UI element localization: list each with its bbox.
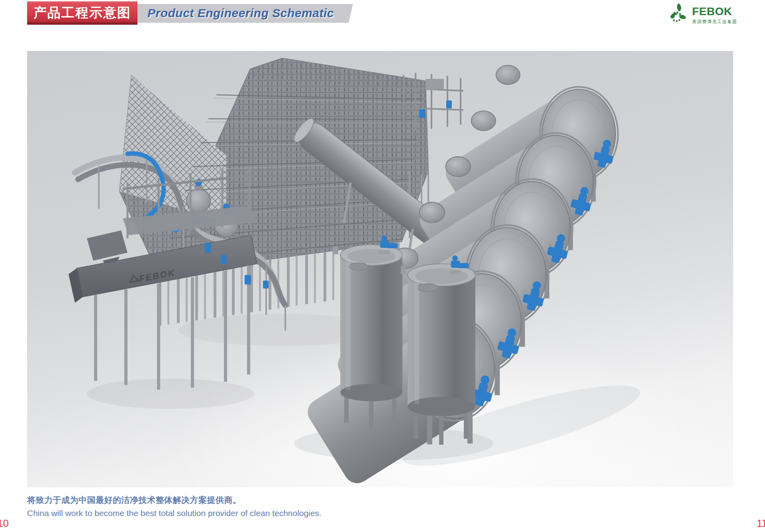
page-title: Product Engineering Schematic	[137, 4, 353, 22]
section-badge-label: 产品工程示意图	[33, 4, 131, 22]
page-number-left: 10	[0, 517, 9, 530]
section-badge: 产品工程示意图	[27, 1, 137, 25]
page-number-right: 11	[757, 517, 765, 530]
schematic-figure: FEBOK	[27, 51, 733, 487]
caption: 将致力于成为中国最好的洁净技术整体解决方案提供商。 China will wor…	[27, 493, 322, 520]
leaf-gear-icon	[668, 2, 689, 24]
caption-en: China will work to become the best total…	[27, 506, 322, 520]
schematic-rendering: FEBOK	[27, 51, 733, 487]
logo-wordmark: FEBOK	[692, 6, 737, 17]
brochure-page: 产品工程示意图 Product Engineering Schematic FE…	[0, 0, 765, 532]
caption-zh: 将致力于成为中国最好的洁净技术整体解决方案提供商。	[27, 493, 322, 506]
title-banner: Product Engineering Schematic	[137, 4, 353, 23]
febok-logo: FEBOK 美国费博克工业集团	[668, 2, 737, 25]
logo-tagline: 美国费博克工业集团	[692, 19, 737, 25]
